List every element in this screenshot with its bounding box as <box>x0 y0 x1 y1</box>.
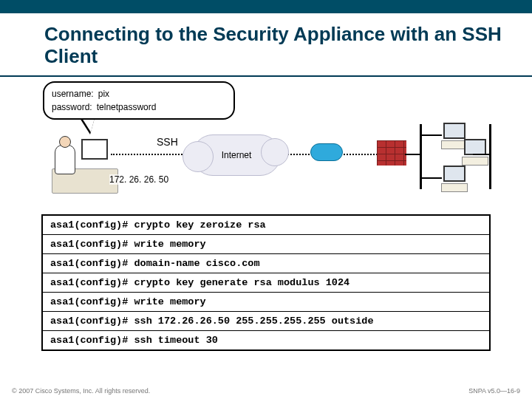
cli-command: crypto key zeroize rsa <box>134 219 265 231</box>
firewall-icon <box>377 140 406 166</box>
router-icon <box>310 143 343 161</box>
username-label: username: <box>52 89 94 99</box>
slide-title: Connecting to the Security Appliance wit… <box>0 13 532 71</box>
cli-prompt: asa1(config)# <box>50 258 128 269</box>
link-segment <box>420 134 442 136</box>
cli-command: write memory <box>134 239 205 250</box>
config-commands-box: asa1(config)# crypto key zeroize rsa asa… <box>41 214 491 351</box>
slide-footer: © 2007 Cisco Systems, Inc. All rights re… <box>0 383 532 399</box>
cli-prompt: asa1(config)# <box>50 239 128 250</box>
command-line: asa1(config)# crypto key zeroize rsa <box>43 216 489 235</box>
command-line: asa1(config)# ssh timeout 30 <box>43 331 489 349</box>
cli-command: write memory <box>134 296 205 307</box>
copyright-text: © 2007 Cisco Systems, Inc. All rights re… <box>12 387 150 395</box>
slide-code: SNPA v5.0—16-9 <box>468 387 520 395</box>
password-label: password: <box>52 102 92 112</box>
cli-command: ssh timeout 30 <box>134 335 217 346</box>
ssh-link-label: SSH <box>157 136 178 148</box>
command-line: asa1(config)# crypto key generate rsa mo… <box>43 273 489 293</box>
host-icon <box>440 166 468 195</box>
cli-prompt: asa1(config)# <box>50 296 128 307</box>
network-bus-2 <box>489 124 491 189</box>
password-value: telnetpassword <box>97 102 157 112</box>
cli-command: domain-name cisco.com <box>134 258 259 269</box>
cli-prompt: asa1(config)# <box>50 219 128 231</box>
cli-prompt: asa1(config)# <box>50 277 128 288</box>
cli-command: ssh 172.26.26.50 255.255.255.255 outside <box>134 316 373 327</box>
title-underline <box>0 75 532 77</box>
username-value: pix <box>98 89 109 99</box>
brand-topbar <box>0 0 532 13</box>
link-segment <box>473 154 489 155</box>
client-ip-label: 172. 26. 26. 50 <box>109 174 168 185</box>
user-workstation-icon <box>52 134 118 194</box>
cli-prompt: asa1(config)# <box>50 316 128 327</box>
cli-command: crypto key generate rsa modulus 1024 <box>134 277 349 288</box>
network-diagram: username: pix password: telnetpassword 1… <box>0 81 532 214</box>
command-line: asa1(config)# ssh 172.26.26.50 255.255.2… <box>43 312 489 331</box>
link-segment <box>405 154 420 155</box>
command-line: asa1(config)# domain-name cisco.com <box>43 254 489 273</box>
credentials-callout: username: pix password: telnetpassword <box>43 81 235 120</box>
command-line: asa1(config)# write memory <box>43 235 489 254</box>
internet-cloud-icon: Internet <box>192 134 281 176</box>
command-line: asa1(config)# write memory <box>43 293 489 312</box>
link-segment <box>420 177 442 179</box>
callout-tail <box>80 118 95 134</box>
cli-prompt: asa1(config)# <box>50 335 128 346</box>
